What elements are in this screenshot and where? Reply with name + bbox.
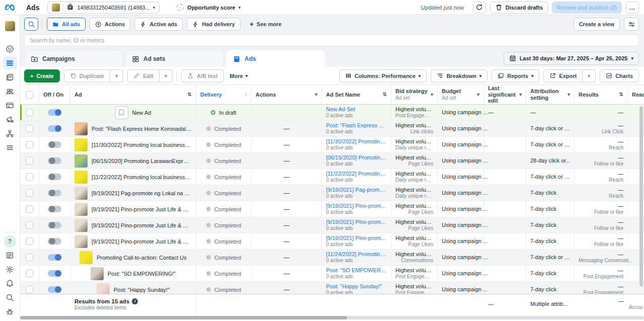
ad-name[interactable]: Post: "SO EMPOWERING!" [108, 271, 176, 277]
table-row[interactable]: Post: "SO EMPOWERING!" Completed — Post:… [20, 266, 644, 282]
ab-test-button[interactable]: A/B test [181, 69, 224, 83]
ad-name[interactable]: [9/19/2021] Pino-promote Just Life & Not… [92, 206, 192, 212]
ad-set-link[interactable]: Post: "SO EMPOWERING!" [326, 267, 387, 274]
create-button[interactable]: + Create [24, 69, 60, 83]
table-row[interactable]: Post: "Flash Express Home Koronadal: you… [20, 121, 644, 137]
pages-nav[interactable] [3, 70, 17, 84]
row-checkbox[interactable] [26, 221, 33, 229]
table-row[interactable]: [11/22/2022] Promoting local business Fl… [20, 169, 644, 185]
row-checkbox[interactable] [26, 125, 33, 132]
ad-toggle[interactable] [48, 206, 61, 212]
row-checkbox[interactable] [26, 157, 33, 165]
row-checkbox[interactable] [26, 189, 33, 197]
search-nav[interactable] [3, 291, 17, 304]
chevron-down-icon[interactable]: ▾ [315, 92, 317, 98]
select-all-checkbox[interactable] [26, 91, 33, 99]
export-dropdown[interactable]: ▾ [583, 69, 596, 83]
row-checkbox[interactable] [26, 141, 33, 148]
notifications-nav[interactable] [3, 277, 17, 290]
opportunity-score-button[interactable]: -- Opportunity score ▾ [173, 2, 245, 14]
ad-toggle[interactable] [48, 109, 61, 116]
columns-button[interactable]: Columns: Performance▾ [339, 69, 427, 83]
ad-name[interactable]: [9/19/2021] Pino-promote Just Life & Not… [92, 238, 192, 245]
ad-set-link[interactable]: New Ad Set [326, 106, 387, 113]
search-filter-button[interactable] [24, 18, 38, 31]
ad-toggle[interactable] [48, 270, 61, 277]
ad-toggle[interactable] [48, 141, 61, 148]
ad-toggle[interactable] [48, 222, 61, 228]
ad-toggle[interactable] [48, 254, 61, 261]
ad-set-link[interactable]: Post: "Flash Express Home Ko... [326, 122, 387, 129]
account-selector[interactable]: 1498331250403591 (14983... ▾ [47, 2, 159, 14]
search-input[interactable] [24, 34, 639, 46]
column-header-budget[interactable]: BudgetAd set▾ [438, 85, 484, 104]
filter-all-ads[interactable]: All ads [47, 18, 86, 31]
filter-had-delivery[interactable]: Had delivery [187, 18, 240, 31]
account-overview-nav[interactable] [3, 42, 17, 55]
table-row[interactable]: [9/19/2021] Pino-promote Just Life & Not… [20, 233, 644, 250]
column-header-delivery[interactable]: Delivery↑ [196, 85, 252, 104]
ad-toggle[interactable] [48, 190, 61, 196]
ad-name[interactable]: Post: "Flash Express Home Koronadal: you… [92, 126, 192, 132]
billing-nav[interactable] [3, 99, 17, 112]
row-checkbox[interactable] [26, 237, 33, 245]
column-header-ad[interactable]: Ad⇅ [70, 85, 196, 104]
discard-drafts-button[interactable]: Discard drafts [490, 2, 548, 14]
ad-name[interactable]: [06/15/2020] Promoting LarawanExpression… [92, 158, 192, 164]
edit-button[interactable]: Edit [127, 69, 159, 83]
ad-set-link[interactable]: [11/30/2022] Promoting loca... [326, 138, 387, 145]
export-button[interactable]: Export [543, 69, 583, 83]
ad-toggle[interactable] [48, 286, 61, 293]
sort-icon[interactable]: ⇅ [383, 92, 387, 98]
tab-campaigns[interactable]: Campaigns [24, 50, 123, 67]
breakdown-button[interactable]: Breakdown▾ [431, 69, 488, 83]
row-checkbox[interactable] [26, 254, 33, 261]
ads-manager-nav[interactable] [3, 56, 17, 69]
more-menu-button[interactable]: More▾ [228, 73, 250, 79]
review-publish-button[interactable]: Review and publish (2) [552, 2, 622, 14]
sort-icon[interactable]: ⇅ [188, 92, 192, 98]
row-checkbox[interactable] [26, 173, 33, 181]
ad-name[interactable]: [9/19/2021] Pino-promote Just Life & Not… [92, 222, 192, 228]
edit-dropdown[interactable]: ▾ [159, 69, 173, 83]
promotions-nav[interactable] [3, 113, 17, 126]
column-header-actions[interactable]: Actions▾ [252, 85, 322, 104]
ad-set-link[interactable]: Post: "Happy Sunday!" [326, 283, 387, 290]
ad-set-link[interactable]: [06/15/2020] Promoting Lara... [326, 154, 387, 161]
ad-toggle[interactable] [48, 238, 61, 245]
user-avatar[interactable] [5, 21, 15, 31]
settings-nav[interactable] [3, 263, 17, 276]
table-row[interactable]: Post: "Happy Sunday!" Completed — Post: … [20, 282, 644, 294]
ad-toggle[interactable] [48, 174, 61, 180]
bug-nav[interactable] [3, 305, 17, 318]
audiences-nav[interactable] [3, 85, 17, 98]
column-header-ad-set-name[interactable]: Ad Set Name⇅ [322, 85, 391, 104]
column-header-attribution[interactable]: Attribution setting▾ [526, 85, 575, 104]
ad-name[interactable]: [11/30/2022] Promoting local business FL… [92, 142, 192, 148]
table-row[interactable]: [11/30/2022] Promoting local business FL… [20, 137, 644, 153]
table-row[interactable]: [9/19/2021] Pino-promote Just Life & Not… [20, 201, 644, 217]
business-assets-nav[interactable] [3, 127, 17, 140]
chevron-down-icon[interactable]: ▾ [477, 92, 479, 98]
filter-active-ads[interactable]: Active ads [134, 18, 183, 31]
table-row[interactable]: [9/19/2021] Pag-promote ng Lokal na Nego… [20, 185, 644, 201]
duplicate-button[interactable]: Duplicate [64, 69, 111, 83]
scrollbar-thumb[interactable] [20, 316, 347, 319]
sort-up-icon[interactable]: ↑ [245, 92, 247, 98]
ad-set-link[interactable]: [9/19/2021] Pino-promote a... [326, 203, 387, 209]
date-range-button[interactable]: Last 30 days: Mar 27, 2025 – Apr 25, 202… [504, 52, 639, 65]
ad-name[interactable]: Post: "Happy Sunday!" [114, 287, 170, 293]
more-options-button[interactable]: ... [626, 2, 639, 14]
ad-name[interactable]: Promoting Call-to-action: Contact Us [97, 255, 187, 261]
column-header-bid-strategy[interactable]: Bid strategyAd set▾ [391, 85, 438, 104]
ad-set-link[interactable]: [11/24/2022] Promoting Con... [326, 251, 387, 258]
row-checkbox[interactable] [26, 109, 33, 116]
row-checkbox[interactable] [26, 286, 33, 293]
ad-name[interactable]: [11/22/2022] Promoting local business Fl… [92, 174, 192, 180]
ad-set-link[interactable]: [11/22/2022] Promoting loca... [326, 171, 387, 177]
vertical-scrollbar-thumb[interactable] [639, 106, 643, 286]
table-row[interactable]: New Ad In draft New Ad Set 0 active ads … [20, 105, 644, 121]
help-button[interactable]: ? [4, 235, 16, 248]
ad-set-link[interactable]: [9/19/2021] Pag-promote ng... [326, 187, 387, 193]
view-settings-button[interactable] [624, 18, 639, 31]
